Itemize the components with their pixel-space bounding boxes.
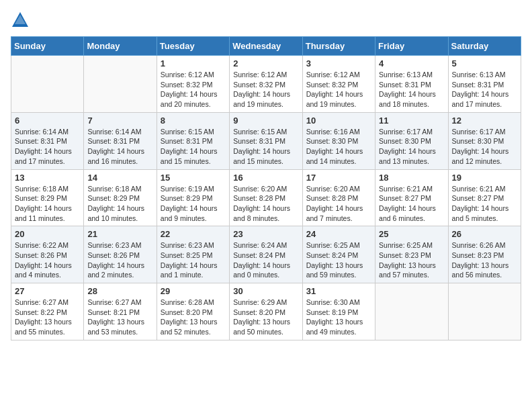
calendar-table: SundayMondayTuesdayWednesdayThursdayFrid…	[11, 36, 521, 340]
day-number: 8	[161, 116, 226, 126]
calendar-cell	[375, 283, 448, 340]
day-number: 11	[379, 116, 444, 126]
calendar-cell: 1Sunrise: 6:12 AM Sunset: 8:32 PM Daylig…	[157, 56, 229, 113]
day-number: 30	[233, 286, 298, 296]
calendar-cell: 24Sunrise: 6:25 AM Sunset: 8:24 PM Dayli…	[302, 226, 375, 283]
day-number: 1	[161, 58, 226, 68]
day-info: Sunrise: 6:12 AM Sunset: 8:32 PM Dayligh…	[233, 70, 298, 109]
calendar-cell	[11, 56, 84, 113]
day-info: Sunrise: 6:14 AM Sunset: 8:31 PM Dayligh…	[87, 127, 152, 167]
day-number: 24	[306, 229, 371, 239]
day-number: 2	[233, 58, 298, 68]
day-info: Sunrise: 6:15 AM Sunset: 8:31 PM Dayligh…	[161, 127, 226, 167]
day-info: Sunrise: 6:22 AM Sunset: 8:26 PM Dayligh…	[15, 240, 80, 280]
day-number: 27	[15, 286, 80, 296]
day-info: Sunrise: 6:27 AM Sunset: 8:21 PM Dayligh…	[87, 298, 152, 337]
day-number: 22	[161, 229, 226, 239]
calendar-cell: 15Sunrise: 6:19 AM Sunset: 8:29 PM Dayli…	[157, 169, 229, 226]
day-info: Sunrise: 6:18 AM Sunset: 8:29 PM Dayligh…	[87, 184, 152, 224]
day-info: Sunrise: 6:20 AM Sunset: 8:28 PM Dayligh…	[233, 184, 298, 224]
day-info: Sunrise: 6:18 AM Sunset: 8:29 PM Dayligh…	[15, 184, 80, 224]
day-number: 13	[15, 173, 80, 183]
day-info: Sunrise: 6:28 AM Sunset: 8:20 PM Dayligh…	[161, 298, 226, 337]
weekday-header-friday: Friday	[375, 37, 448, 56]
day-number: 17	[306, 173, 371, 183]
day-number: 25	[379, 229, 444, 239]
day-number: 12	[452, 116, 517, 126]
calendar-cell: 20Sunrise: 6:22 AM Sunset: 8:26 PM Dayli…	[11, 226, 84, 283]
day-info: Sunrise: 6:24 AM Sunset: 8:24 PM Dayligh…	[233, 240, 298, 280]
calendar-cell: 22Sunrise: 6:23 AM Sunset: 8:25 PM Dayli…	[157, 226, 229, 283]
day-number: 15	[161, 173, 226, 183]
weekday-header-wednesday: Wednesday	[230, 37, 302, 56]
day-info: Sunrise: 6:14 AM Sunset: 8:31 PM Dayligh…	[15, 127, 80, 167]
logo-icon	[11, 11, 30, 30]
calendar-cell: 16Sunrise: 6:20 AM Sunset: 8:28 PM Dayli…	[230, 169, 302, 226]
calendar-cell: 27Sunrise: 6:27 AM Sunset: 8:22 PM Dayli…	[11, 283, 84, 340]
weekday-header-monday: Monday	[84, 37, 157, 56]
calendar-week-row: 20Sunrise: 6:22 AM Sunset: 8:26 PM Dayli…	[11, 226, 521, 283]
day-info: Sunrise: 6:27 AM Sunset: 8:22 PM Dayligh…	[15, 298, 80, 337]
calendar-cell: 23Sunrise: 6:24 AM Sunset: 8:24 PM Dayli…	[230, 226, 302, 283]
day-info: Sunrise: 6:13 AM Sunset: 8:31 PM Dayligh…	[452, 70, 517, 109]
day-info: Sunrise: 6:23 AM Sunset: 8:26 PM Dayligh…	[87, 240, 152, 280]
day-number: 9	[233, 116, 298, 126]
day-info: Sunrise: 6:17 AM Sunset: 8:30 PM Dayligh…	[452, 127, 517, 167]
day-number: 18	[379, 173, 444, 183]
day-info: Sunrise: 6:29 AM Sunset: 8:20 PM Dayligh…	[233, 298, 298, 337]
calendar-cell: 17Sunrise: 6:20 AM Sunset: 8:28 PM Dayli…	[302, 169, 375, 226]
calendar-header-row: SundayMondayTuesdayWednesdayThursdayFrid…	[11, 37, 521, 56]
day-number: 5	[452, 58, 517, 68]
day-number: 28	[87, 286, 152, 296]
day-number: 7	[87, 116, 152, 126]
day-number: 31	[306, 286, 371, 296]
calendar-cell: 3Sunrise: 6:12 AM Sunset: 8:32 PM Daylig…	[302, 56, 375, 113]
calendar-cell: 11Sunrise: 6:17 AM Sunset: 8:30 PM Dayli…	[375, 112, 448, 169]
day-info: Sunrise: 6:12 AM Sunset: 8:32 PM Dayligh…	[161, 70, 226, 109]
calendar-cell: 18Sunrise: 6:21 AM Sunset: 8:27 PM Dayli…	[375, 169, 448, 226]
day-info: Sunrise: 6:15 AM Sunset: 8:31 PM Dayligh…	[233, 127, 298, 167]
calendar-cell: 13Sunrise: 6:18 AM Sunset: 8:29 PM Dayli…	[11, 169, 84, 226]
logo	[11, 11, 32, 30]
calendar-cell: 29Sunrise: 6:28 AM Sunset: 8:20 PM Dayli…	[157, 283, 229, 340]
calendar-week-row: 13Sunrise: 6:18 AM Sunset: 8:29 PM Dayli…	[11, 169, 521, 226]
calendar-cell: 21Sunrise: 6:23 AM Sunset: 8:26 PM Dayli…	[84, 226, 157, 283]
calendar-cell: 8Sunrise: 6:15 AM Sunset: 8:31 PM Daylig…	[157, 112, 229, 169]
day-info: Sunrise: 6:17 AM Sunset: 8:30 PM Dayligh…	[379, 127, 444, 167]
calendar-cell: 5Sunrise: 6:13 AM Sunset: 8:31 PM Daylig…	[448, 56, 521, 113]
day-number: 20	[15, 229, 80, 239]
calendar-cell: 30Sunrise: 6:29 AM Sunset: 8:20 PM Dayli…	[230, 283, 302, 340]
day-number: 14	[87, 173, 152, 183]
day-number: 3	[306, 58, 371, 68]
day-info: Sunrise: 6:25 AM Sunset: 8:23 PM Dayligh…	[379, 240, 444, 280]
weekday-header-saturday: Saturday	[448, 37, 521, 56]
day-info: Sunrise: 6:12 AM Sunset: 8:32 PM Dayligh…	[306, 70, 371, 109]
day-info: Sunrise: 6:25 AM Sunset: 8:24 PM Dayligh…	[306, 240, 371, 280]
calendar-cell: 2Sunrise: 6:12 AM Sunset: 8:32 PM Daylig…	[230, 56, 302, 113]
calendar-cell: 4Sunrise: 6:13 AM Sunset: 8:31 PM Daylig…	[375, 56, 448, 113]
day-info: Sunrise: 6:21 AM Sunset: 8:27 PM Dayligh…	[379, 184, 444, 224]
calendar-cell: 25Sunrise: 6:25 AM Sunset: 8:23 PM Dayli…	[375, 226, 448, 283]
calendar-cell: 26Sunrise: 6:26 AM Sunset: 8:23 PM Dayli…	[448, 226, 521, 283]
calendar-cell: 19Sunrise: 6:21 AM Sunset: 8:27 PM Dayli…	[448, 169, 521, 226]
weekday-header-thursday: Thursday	[302, 37, 375, 56]
day-number: 16	[233, 173, 298, 183]
day-info: Sunrise: 6:19 AM Sunset: 8:29 PM Dayligh…	[161, 184, 226, 224]
day-info: Sunrise: 6:23 AM Sunset: 8:25 PM Dayligh…	[161, 240, 226, 280]
calendar-week-row: 6Sunrise: 6:14 AM Sunset: 8:31 PM Daylig…	[11, 112, 521, 169]
day-number: 10	[306, 116, 371, 126]
calendar-cell: 10Sunrise: 6:16 AM Sunset: 8:30 PM Dayli…	[302, 112, 375, 169]
day-info: Sunrise: 6:13 AM Sunset: 8:31 PM Dayligh…	[379, 70, 444, 109]
day-number: 4	[379, 58, 444, 68]
day-info: Sunrise: 6:21 AM Sunset: 8:27 PM Dayligh…	[452, 184, 517, 224]
day-number: 19	[452, 173, 517, 183]
calendar-cell: 14Sunrise: 6:18 AM Sunset: 8:29 PM Dayli…	[84, 169, 157, 226]
day-number: 29	[161, 286, 226, 296]
page-header	[11, 11, 521, 30]
day-info: Sunrise: 6:30 AM Sunset: 8:19 PM Dayligh…	[306, 298, 371, 337]
calendar-cell: 28Sunrise: 6:27 AM Sunset: 8:21 PM Dayli…	[84, 283, 157, 340]
calendar-cell: 9Sunrise: 6:15 AM Sunset: 8:31 PM Daylig…	[230, 112, 302, 169]
calendar-week-row: 1Sunrise: 6:12 AM Sunset: 8:32 PM Daylig…	[11, 56, 521, 113]
day-number: 6	[15, 116, 80, 126]
day-number: 23	[233, 229, 298, 239]
